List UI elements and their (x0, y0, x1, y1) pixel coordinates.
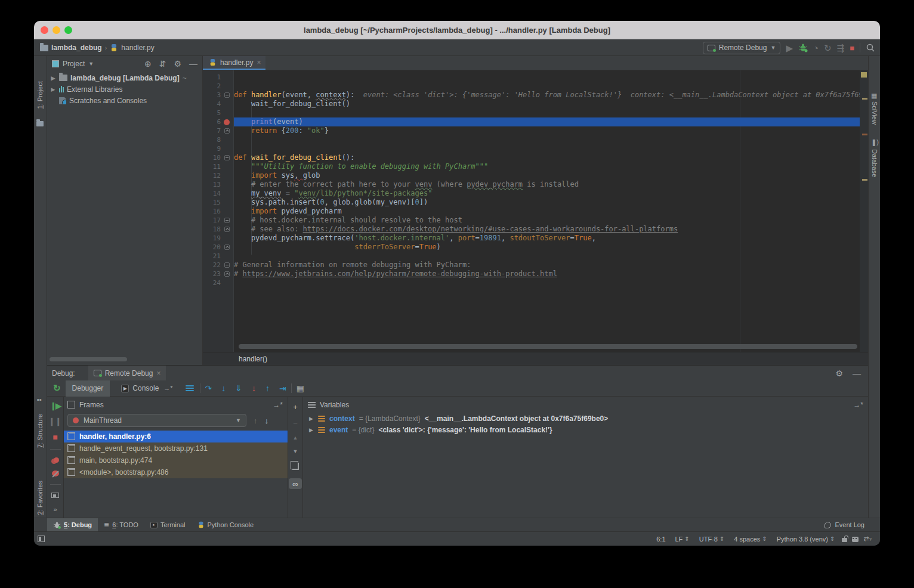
fold-open-icon[interactable] (224, 218, 230, 223)
threads-view-icon[interactable] (186, 384, 194, 392)
line-number[interactable]: 13 (203, 181, 221, 188)
stack-frame-row[interactable]: handler, handler.py:6 (64, 431, 288, 442)
code-line[interactable]: return {200: "ok"} (234, 126, 868, 135)
sync-status-icon[interactable]: ⇄? (863, 535, 872, 543)
previous-frame-icon[interactable]: ↑ (254, 416, 258, 425)
mute-breakpoints-button[interactable] (52, 471, 59, 476)
tool-button-todo[interactable]: ≣6: TODO (98, 518, 144, 532)
tool-button-structure[interactable]: 7: Structure (36, 414, 44, 448)
line-number[interactable]: 14 (203, 190, 221, 197)
remove-watch-icon[interactable]: − (293, 419, 298, 427)
code-line[interactable]: # enter the correct path here to your ve… (234, 180, 868, 189)
stop-button[interactable]: ■ (53, 433, 57, 441)
line-ending-selector[interactable]: LF (673, 536, 692, 543)
run-config-selector[interactable]: Remote Debug ▼ (703, 42, 781, 54)
move-down-icon[interactable]: ▼ (293, 449, 298, 454)
breadcrumb-file[interactable]: handler.py (121, 44, 154, 52)
breakpoint-icon[interactable] (224, 119, 230, 125)
next-frame-icon[interactable]: ↓ (265, 416, 269, 425)
tab-debugger[interactable]: Debugger (66, 380, 110, 397)
fold-open-icon[interactable] (224, 155, 230, 160)
step-over-icon[interactable]: ↷ (205, 384, 212, 392)
stripe-mark[interactable] (861, 72, 867, 78)
line-number[interactable]: 16 (203, 208, 221, 215)
line-number[interactable]: 4 (203, 100, 221, 108)
restore-layout-button[interactable] (51, 493, 59, 498)
code-line[interactable]: sys.path.insert(0, glob.glob(my_venv)[0]… (234, 198, 868, 207)
step-into-icon[interactable]: ↓ (221, 384, 226, 392)
stack-frame-row[interactable]: main, bootstrap.py:474 (64, 454, 288, 466)
stripe-mark[interactable] (862, 134, 867, 135)
gear-icon[interactable]: ⚙ (835, 369, 843, 378)
tool-button-project[interactable]: 1: Project (36, 81, 44, 109)
force-step-into-icon[interactable]: ↓ (252, 384, 256, 392)
caret-position[interactable]: 6:1 (654, 536, 668, 543)
fold-open-icon[interactable] (224, 92, 230, 98)
code-line[interactable]: pydevd_pycharm.settrace('host.docker.int… (234, 234, 868, 243)
tree-item[interactable]: Scratches and Consoles (47, 95, 202, 106)
jump-to-output-icon[interactable]: →* (163, 385, 172, 392)
editor-gutter[interactable]: 123456789101112131415161718192021222324 (203, 70, 234, 352)
profiler-button[interactable]: ◔ (813, 44, 819, 52)
move-up-icon[interactable]: ▲ (293, 435, 298, 441)
code-line[interactable]: import pydevd_pycharm (234, 207, 868, 216)
duplicate-watch-icon[interactable] (292, 463, 299, 470)
fold-end-icon[interactable] (224, 227, 230, 232)
code-line[interactable]: # https://www.jetbrains.com/help/pycharm… (234, 270, 868, 278)
line-number[interactable]: 5 (203, 109, 221, 117)
stripe-mark[interactable] (862, 98, 867, 100)
hide-panel-icon[interactable]: — (189, 59, 197, 69)
pause-button[interactable]: ❙❙ (49, 417, 62, 425)
code-line[interactable]: # General information on remote debuggin… (234, 261, 868, 270)
tool-button-sciview[interactable]: SciView (871, 101, 878, 125)
code-line[interactable]: # see also: https://docs.docker.com/desk… (234, 225, 868, 234)
line-number[interactable]: 10 (203, 154, 221, 162)
line-number[interactable]: 18 (203, 225, 221, 233)
line-number[interactable]: 9 (203, 145, 221, 153)
code-line[interactable] (234, 73, 868, 82)
line-number[interactable]: 7 (203, 127, 221, 135)
tree-item[interactable]: ▶lambda_debug [Lambda Debug] ~ (47, 72, 202, 83)
fold-end-icon[interactable] (224, 128, 230, 134)
search-everywhere-icon[interactable] (866, 43, 875, 52)
locate-file-icon[interactable]: ⊕ (144, 59, 152, 69)
indent-selector[interactable]: 4 spaces (731, 536, 769, 543)
float-panel-icon[interactable]: →* (273, 401, 283, 409)
code-line[interactable] (234, 144, 868, 153)
thread-selector[interactable]: MainThread ▼ (67, 414, 246, 427)
code-line[interactable]: """Utility function to enable debugging … (234, 162, 868, 171)
editor-horizontal-scrollbar[interactable] (239, 344, 857, 349)
editor-breadcrumb[interactable]: handler() (203, 352, 868, 365)
run-to-cursor-icon[interactable]: ⇥ (279, 384, 286, 392)
run-button[interactable]: ▶ (786, 44, 793, 52)
inspections-widget-icon[interactable] (852, 537, 859, 542)
show-return-values-toggle[interactable]: ∞ (289, 478, 302, 489)
code-line[interactable] (234, 109, 868, 117)
code-area[interactable]: 123456789101112131415161718192021222324 … (203, 70, 868, 352)
coverage-button[interactable]: ↻ (824, 44, 832, 52)
line-number[interactable]: 17 (203, 216, 221, 224)
code-line[interactable]: print(event) (234, 117, 868, 126)
line-number[interactable]: 20 (203, 243, 221, 251)
gear-icon[interactable]: ⚙ (174, 59, 181, 69)
evaluate-expression-icon[interactable]: ▦ (297, 384, 304, 392)
project-panel-title[interactable]: Project (63, 60, 85, 68)
step-out-icon[interactable]: ↑ (265, 384, 270, 392)
tool-window-toggle-icon[interactable] (38, 536, 45, 542)
debug-session-tab[interactable]: Remote Debug × (88, 366, 166, 380)
tool-button-python-console[interactable]: Python Console (192, 518, 260, 532)
code-line[interactable] (234, 82, 868, 91)
code-line[interactable] (234, 252, 868, 261)
float-panel-icon[interactable]: →* (853, 401, 863, 409)
fold-end-icon[interactable] (224, 245, 230, 250)
line-number[interactable]: 3 (203, 91, 221, 99)
fold-open-icon[interactable] (224, 262, 230, 268)
line-number[interactable]: 24 (203, 279, 221, 287)
rerun-icon[interactable]: ↻ (53, 383, 61, 394)
editor-tab-handler[interactable]: handler.py × (203, 56, 265, 70)
tab-console[interactable]: ▶ Console →* (115, 380, 179, 397)
tool-button-database[interactable]: Database (871, 149, 878, 177)
tree-item[interactable]: ▶External Libraries (47, 83, 202, 95)
line-number[interactable]: 21 (203, 252, 221, 260)
expand-arrow-icon[interactable]: ▶ (309, 416, 314, 422)
